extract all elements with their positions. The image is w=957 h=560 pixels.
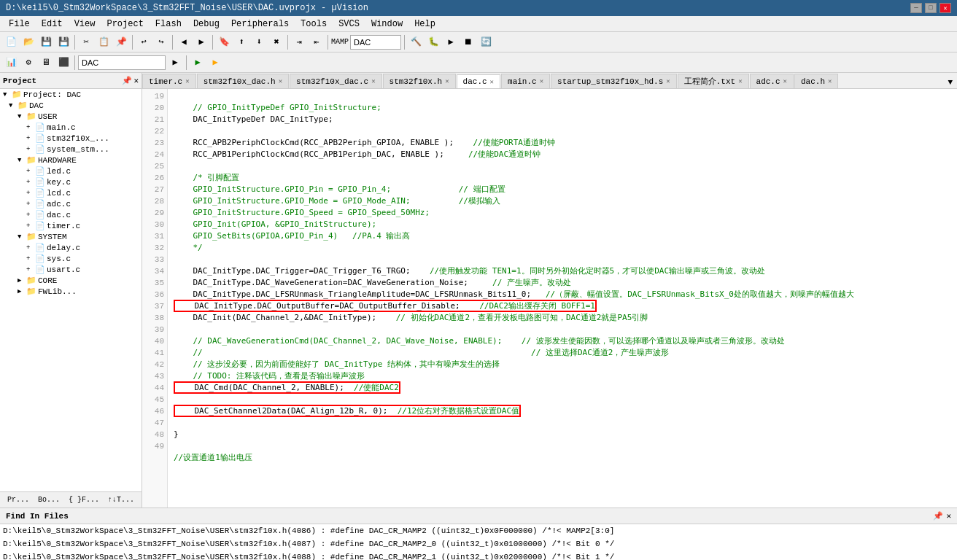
next-bookmark-btn[interactable]: ⬇ xyxy=(251,34,267,50)
find-results-list[interactable]: D:\keil5\0_Stm32WorkSpace\3_Stm32FFT_Noi… xyxy=(0,524,957,560)
tree-item-usart[interactable]: + 📄 usart.c xyxy=(0,264,142,275)
tab-dac-c[interactable]: dac.c ✕ xyxy=(457,74,500,89)
tree-item-user[interactable]: ▼ 📁 USER xyxy=(0,111,142,122)
tab-stm-h-close[interactable]: ✕ xyxy=(445,77,449,85)
tab-timer-c-close[interactable]: ✕ xyxy=(185,77,189,85)
tb2-green-btn[interactable]: ▶ xyxy=(190,55,206,71)
menu-item-debug[interactable]: Debug xyxy=(187,18,225,31)
tab-startup[interactable]: startup_stm32f10x_hd.s ✕ xyxy=(551,74,677,88)
tree-item-stm-c[interactable]: + 📄 stm32f10x_... xyxy=(0,133,142,144)
cut-btn[interactable]: ✂ xyxy=(78,34,94,50)
tb2-btn2[interactable]: ⚙ xyxy=(20,55,36,71)
tree-item-delay[interactable]: + 📄 delay.c xyxy=(0,242,142,253)
tree-item-core[interactable]: ▶ 📁 CORE xyxy=(0,275,142,286)
tree-item-fwlib[interactable]: ▶ 📁 FWLib... xyxy=(0,286,142,297)
tab-intro[interactable]: 工程简介.txt ✕ xyxy=(678,74,749,88)
paste-btn[interactable]: 📌 xyxy=(113,34,129,50)
code-editor[interactable]: 1920212223 2425262728 2930313233 3435363… xyxy=(142,89,957,508)
redo-btn[interactable]: ↪ xyxy=(153,34,169,50)
menu-item-svcs[interactable]: SVCS xyxy=(333,18,365,31)
tab-main-c-close[interactable]: ✕ xyxy=(540,77,543,85)
menu-item-flash[interactable]: Flash xyxy=(150,18,187,31)
tab-adc-c-close[interactable]: ✕ xyxy=(783,77,787,85)
reset-btn[interactable]: 🔄 xyxy=(478,34,494,50)
bookmark-btn[interactable]: 🔖 xyxy=(216,34,232,50)
tree-item-system[interactable]: ▼ 📁 SYSTEM xyxy=(0,231,142,242)
tb2-orange-btn[interactable]: ▶ xyxy=(207,55,223,71)
find-close-icon[interactable]: ✕ xyxy=(946,511,951,521)
tab-more-btn[interactable]: ▼ xyxy=(943,77,957,88)
tree-item-timer[interactable]: + 📄 timer.c xyxy=(0,220,142,231)
stop-btn[interactable]: ⏹ xyxy=(460,34,476,50)
tree-item-adc[interactable]: + 📄 adc.c xyxy=(0,198,142,209)
find-pin-icon[interactable]: 📌 xyxy=(933,511,943,521)
open-file-btn[interactable]: 📂 xyxy=(20,34,36,50)
menu-item-view[interactable]: View xyxy=(69,18,101,31)
tab-timer-c[interactable]: timer.c ✕ xyxy=(142,74,196,88)
find-result-3[interactable]: D:\keil5\0_Stm32WorkSpace\3_Stm32FFT_Noi… xyxy=(0,551,957,560)
build-btn[interactable]: 🔨 xyxy=(408,34,424,50)
indent-btn[interactable]: ⇥ xyxy=(291,34,307,50)
prev-bookmark-btn[interactable]: ⬆ xyxy=(233,34,249,50)
run-btn[interactable]: ▶ xyxy=(443,34,459,50)
tree-item-key[interactable]: + 📄 key.c xyxy=(0,176,142,187)
clear-bookmarks-btn[interactable]: ✖ xyxy=(268,34,284,50)
menu-item-peripherals[interactable]: Peripherals xyxy=(225,18,295,31)
tb2-btn1[interactable]: 📊 xyxy=(3,55,19,71)
tree-item-lcd[interactable]: + 📄 lcd.c xyxy=(0,187,142,198)
tree-item-system-c[interactable]: + 📄 system_stm... xyxy=(0,144,142,155)
menu-item-file[interactable]: File xyxy=(3,18,36,31)
search-input[interactable] xyxy=(78,55,166,70)
find-result-2[interactable]: D:\keil5\0_Stm32WorkSpace\3_Stm32FFT_Noi… xyxy=(0,537,957,551)
tab-main-c[interactable]: main.c ✕ xyxy=(501,74,550,88)
tab-intro-close[interactable]: ✕ xyxy=(738,77,742,85)
project-close-icon[interactable]: ✕ xyxy=(133,76,139,85)
copy-btn[interactable]: 📋 xyxy=(96,34,112,50)
find-result-1[interactable]: D:\keil5\0_Stm32WorkSpace\3_Stm32FFT_Noi… xyxy=(0,524,957,537)
tab-stm-dac-c-close[interactable]: ✕ xyxy=(371,77,375,85)
search-go-btn[interactable]: ▶ xyxy=(167,55,183,71)
tb2-btn4[interactable]: ⬛ xyxy=(55,55,71,71)
tree-item-main-c[interactable]: + 📄 main.c xyxy=(0,122,142,133)
undo-btn[interactable]: ↩ xyxy=(136,34,152,50)
debug-btn[interactable]: 🐛 xyxy=(425,34,441,50)
tree-item-project[interactable]: ▼ 📁 Project: DAC xyxy=(0,89,142,100)
save-all-btn[interactable]: 💾 xyxy=(55,34,71,50)
minimize-button[interactable]: — xyxy=(910,3,922,13)
tab-dac-h-close[interactable]: ✕ xyxy=(828,77,832,85)
books-tab[interactable]: Bo... xyxy=(35,495,63,505)
tree-item-dac[interactable]: ▼ 📁 DAC xyxy=(0,100,142,111)
tree-item-sys-c[interactable]: + 📄 sys.c xyxy=(0,253,142,264)
tab-stm-dac-h-close[interactable]: ✕ xyxy=(279,77,282,85)
new-file-btn[interactable]: 📄 xyxy=(3,34,19,50)
code-content[interactable]: // GPIO_InitTypeDef GPIO_InitStructure; … xyxy=(168,89,860,508)
project-pin-icon[interactable]: 📌 xyxy=(122,76,132,85)
tab-stm-h[interactable]: stm32f10x.h ✕ xyxy=(383,74,456,88)
code-line-34: DAC_InitType.DAC_WaveGeneration=DAC_Wave… xyxy=(174,278,571,287)
templ-tab[interactable]: ↑↓T... xyxy=(105,495,137,505)
menu-item-tools[interactable]: Tools xyxy=(295,18,333,31)
menu-item-edit[interactable]: Edit xyxy=(36,18,69,31)
maximize-button[interactable]: □ xyxy=(925,3,937,13)
menu-item-window[interactable]: Window xyxy=(365,18,408,31)
tb2-btn3[interactable]: 🖥 xyxy=(38,55,54,71)
tab-adc-c[interactable]: adc.c ✕ xyxy=(750,74,794,88)
menu-item-project[interactable]: Project xyxy=(101,18,149,31)
tab-stm-dac-c[interactable]: stm32f10x_dac.c ✕ xyxy=(290,74,381,88)
tree-item-hardware[interactable]: ▼ 📁 HARDWARE xyxy=(0,155,142,166)
tab-stm-dac-h[interactable]: stm32f10x_dac.h ✕ xyxy=(197,74,289,88)
save-btn[interactable]: 💾 xyxy=(38,34,54,50)
close-button[interactable]: ✕ xyxy=(939,3,951,13)
tab-dac-c-close[interactable]: ✕ xyxy=(490,78,494,86)
back-btn[interactable]: ◀ xyxy=(176,34,192,50)
menu-item-help[interactable]: Help xyxy=(408,18,441,31)
tab-startup-close[interactable]: ✕ xyxy=(666,77,670,85)
forward-btn[interactable]: ▶ xyxy=(193,34,209,50)
target-dropdown[interactable] xyxy=(350,35,401,50)
tree-item-dac-c[interactable]: + 📄 dac.c xyxy=(0,209,142,220)
unindent-btn[interactable]: ⇤ xyxy=(309,34,325,50)
tree-item-led[interactable]: + 📄 led.c xyxy=(0,166,142,176)
func-tab[interactable]: { }F... xyxy=(66,495,102,505)
proj-tab[interactable]: Pr... xyxy=(4,495,32,505)
tab-dac-h[interactable]: dac.h ✕ xyxy=(794,74,838,88)
